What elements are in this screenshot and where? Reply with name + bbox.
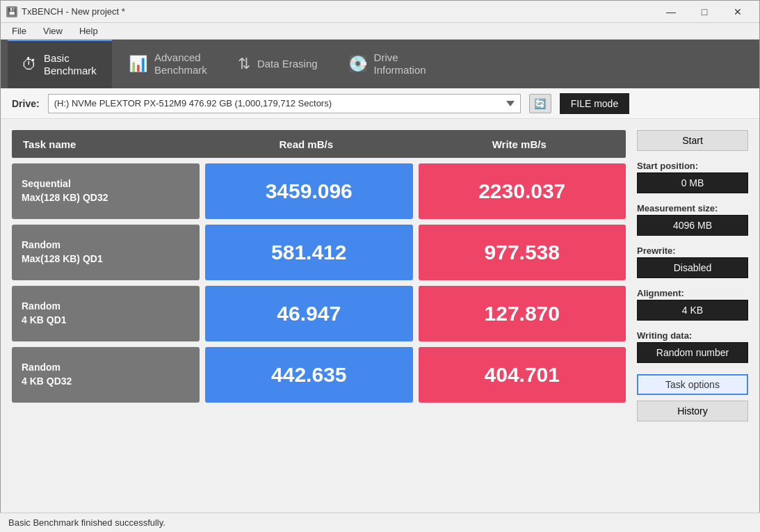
data-erasing-icon: ⇅ xyxy=(238,55,250,73)
drive-select[interactable]: (H:) NVMe PLEXTOR PX-512M9 476.92 GB (1,… xyxy=(48,94,521,113)
tab-bar: ⏱ BasicBenchmark 📊 AdvancedBenchmark ⇅ D… xyxy=(1,40,759,88)
tab-advanced-benchmark[interactable]: 📊 AdvancedBenchmark xyxy=(115,40,221,88)
table-header: Task name Read mB/s Write mB/s xyxy=(12,130,626,158)
table-row: Random4 KB QD1 46.947 127.870 xyxy=(12,286,626,341)
read-cell-3: 442.635 xyxy=(205,347,413,403)
write-cell-0: 2230.037 xyxy=(419,163,626,219)
writing-data-label: Writing data: xyxy=(637,330,748,341)
write-cell-1: 977.538 xyxy=(419,225,626,280)
writing-data-value[interactable]: Random number xyxy=(637,342,748,363)
drive-information-icon: 💽 xyxy=(348,55,367,73)
start-position-label: Start position: xyxy=(637,161,748,171)
tab-drive-label: DriveInformation xyxy=(374,51,426,76)
write-cell-3: 404.701 xyxy=(419,347,626,403)
main-content: Task name Read mB/s Write mB/s Sequentia… xyxy=(1,119,759,513)
col-task-name: Task name xyxy=(12,138,200,150)
table-row: Random4 KB QD32 442.635 404.701 xyxy=(12,347,626,403)
basic-benchmark-icon: ⏱ xyxy=(22,56,37,74)
advanced-benchmark-icon: 📊 xyxy=(129,55,147,73)
minimize-button[interactable]: — xyxy=(655,2,687,22)
sidebar: Start Start position: 0 MB Measurement s… xyxy=(637,130,748,502)
menu-bar: File View Help xyxy=(1,23,759,40)
maximize-button[interactable]: □ xyxy=(688,2,720,22)
table-row: RandomMax(128 KB) QD1 581.412 977.538 xyxy=(12,225,626,280)
read-cell-0: 3459.096 xyxy=(205,163,413,219)
tab-erasing-label: Data Erasing xyxy=(257,58,318,70)
col-write: Write mB/s xyxy=(413,138,626,150)
tab-basic-benchmark[interactable]: ⏱ BasicBenchmark xyxy=(8,40,112,88)
table-row: SequentialMax(128 KB) QD32 3459.096 2230… xyxy=(12,163,626,219)
tab-data-erasing[interactable]: ⇅ Data Erasing xyxy=(224,40,332,88)
tab-basic-label: BasicBenchmark xyxy=(44,52,97,77)
row-label-1: RandomMax(128 KB) QD1 xyxy=(12,225,200,280)
prewrite-value[interactable]: Disabled xyxy=(637,257,748,278)
title-bar-controls: — □ ✕ xyxy=(655,2,754,22)
alignment-value[interactable]: 4 KB xyxy=(637,300,748,321)
title-bar: 💾 TxBENCH - New project * — □ ✕ xyxy=(1,1,759,23)
tab-drive-information[interactable]: 💽 DriveInformation xyxy=(334,40,440,88)
title-bar-left: 💾 TxBENCH - New project * xyxy=(6,6,125,17)
read-cell-2: 46.947 xyxy=(205,286,413,341)
tab-advanced-label: AdvancedBenchmark xyxy=(154,51,207,76)
start-button[interactable]: Start xyxy=(637,130,748,151)
menu-help[interactable]: Help xyxy=(74,24,104,38)
row-label-0: SequentialMax(128 KB) QD32 xyxy=(12,163,200,219)
history-button[interactable]: History xyxy=(637,401,748,421)
task-options-button[interactable]: Task options xyxy=(637,374,748,395)
measurement-size-label: Measurement size: xyxy=(637,203,748,213)
write-cell-2: 127.870 xyxy=(419,286,626,341)
prewrite-label: Prewrite: xyxy=(637,245,748,256)
row-label-2: Random4 KB QD1 xyxy=(12,286,200,341)
measurement-size-value[interactable]: 4096 MB xyxy=(637,215,748,236)
drive-row: Drive: (H:) NVMe PLEXTOR PX-512M9 476.92… xyxy=(1,88,759,119)
alignment-label: Alignment: xyxy=(637,288,748,298)
file-mode-button[interactable]: FILE mode xyxy=(560,93,629,114)
row-label-3: Random4 KB QD32 xyxy=(12,347,200,403)
close-button[interactable]: ✕ xyxy=(722,2,754,22)
status-text: Basic Benchmark finished successfully. xyxy=(8,517,165,528)
col-read: Read mB/s xyxy=(200,138,413,150)
drive-refresh-button[interactable]: 🔄 xyxy=(529,94,551,113)
benchmark-table: Task name Read mB/s Write mB/s Sequentia… xyxy=(12,130,626,502)
status-bar: Basic Benchmark finished successfully. xyxy=(0,513,760,532)
drive-label: Drive: xyxy=(12,98,40,109)
read-cell-1: 581.412 xyxy=(205,225,413,280)
menu-file[interactable]: File xyxy=(6,24,32,38)
app-icon: 💾 xyxy=(6,6,17,17)
menu-view[interactable]: View xyxy=(38,24,68,38)
start-position-value[interactable]: 0 MB xyxy=(637,172,748,193)
window-title: TxBENCH - New project * xyxy=(22,6,125,17)
